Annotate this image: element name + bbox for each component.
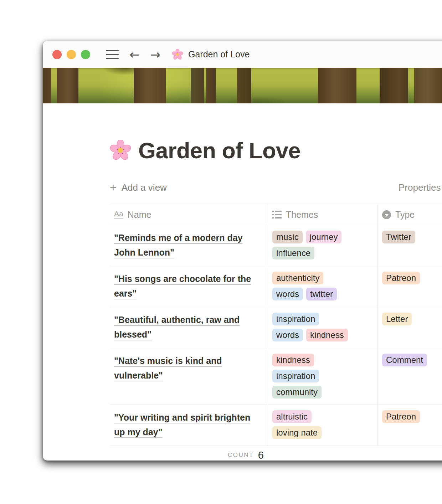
page-link: "Reminds me of a modern day John Lennon" xyxy=(114,233,243,257)
titlebar-page-title: Garden of Love xyxy=(188,49,250,60)
tag-line: loving nate xyxy=(272,426,373,439)
tag-journey: journey xyxy=(306,231,342,243)
page-link: "Beautiful, authentic, raw and blessed" xyxy=(114,315,240,339)
table-body: "Reminds me of a modern day John Lennon"… xyxy=(110,225,442,446)
page-link: "His songs are chocolate for the ears" xyxy=(114,274,251,298)
tag-Twitter: Twitter xyxy=(382,231,415,243)
name-cell[interactable]: "Beautiful, authentic, raw and blessed" xyxy=(110,307,268,348)
column-header-type[interactable]: Type xyxy=(378,204,442,225)
tag-line: altruistic xyxy=(272,410,373,423)
column-header-name[interactable]: Aa Name xyxy=(110,204,268,225)
tag-line: inspiration xyxy=(272,370,373,382)
name-cell[interactable]: "Nate's music is kind and vulnerable" xyxy=(110,348,268,405)
page-cover-image xyxy=(43,68,442,103)
table-row: "Beautiful, authentic, raw and blessed"i… xyxy=(110,307,442,348)
themes-cell[interactable]: altruisticloving nate xyxy=(268,405,378,446)
tag-line: wordstwitter xyxy=(272,288,373,300)
tag-authenticity: authenticity xyxy=(272,272,323,284)
view-toolbar: + Add a view Properties xyxy=(110,180,442,195)
themes-cell[interactable]: kindnessinspirationcommunity xyxy=(268,348,378,405)
notion-window: ← → Garden of Love Garden of Love + Add … xyxy=(43,41,442,461)
tag-inspiration: inspiration xyxy=(272,370,319,382)
tag-music: music xyxy=(272,231,303,243)
page-emoji-cherry-blossom-icon[interactable] xyxy=(110,140,131,161)
tag-community: community xyxy=(272,386,322,398)
multiselect-property-icon xyxy=(272,211,282,218)
page-link: "Your writing and spirit brighten up my … xyxy=(114,412,250,437)
tag-Comment: Comment xyxy=(382,354,427,366)
name-cell[interactable]: "Reminds me of a modern day John Lennon" xyxy=(110,225,268,266)
tag-twitter: twitter xyxy=(306,288,337,300)
tag-influence: influence xyxy=(272,247,314,259)
tag-line: kindness xyxy=(272,354,373,366)
table-row: "Your writing and spirit brighten up my … xyxy=(110,405,442,446)
type-cell[interactable]: Patreon xyxy=(378,405,442,446)
tag-Patreon: Patreon xyxy=(382,272,420,284)
table-row: "His songs are chocolate for the ears"au… xyxy=(110,266,442,307)
tag-words: words xyxy=(272,329,303,341)
minimize-button[interactable] xyxy=(67,50,76,59)
tag-line: influence xyxy=(272,247,373,259)
back-arrow-icon[interactable]: ← xyxy=(129,48,140,61)
tag-words: words xyxy=(272,288,303,300)
tag-line: musicjourney xyxy=(272,231,373,243)
select-property-icon xyxy=(382,210,391,219)
table-footer: COUNT 6 xyxy=(110,446,442,461)
database-table: Aa Name Themes Type "Reminds me of a mod… xyxy=(110,204,442,461)
add-view-button[interactable]: + Add a view xyxy=(110,182,167,193)
tag-line: authenticity xyxy=(272,272,373,284)
tag-kindness: kindness xyxy=(272,354,314,366)
type-cell[interactable]: Comment xyxy=(378,348,442,405)
type-cell[interactable]: Twitter xyxy=(378,225,442,266)
type-cell[interactable]: Patreon xyxy=(378,266,442,307)
tag-inspiration: inspiration xyxy=(272,313,319,325)
tag-line: wordskindness xyxy=(272,329,373,341)
tag-Patreon: Patreon xyxy=(382,410,420,423)
table-row: "Nate's music is kind and vulnerable"kin… xyxy=(110,348,442,405)
table-header-row: Aa Name Themes Type xyxy=(110,204,442,225)
table-row: "Reminds me of a modern day John Lennon"… xyxy=(110,225,442,266)
column-header-themes[interactable]: Themes xyxy=(268,204,378,225)
themes-cell[interactable]: authenticitywordstwitter xyxy=(268,266,378,307)
cherry-blossom-icon xyxy=(172,49,183,60)
plus-icon: + xyxy=(110,182,117,193)
hamburger-menu-icon[interactable] xyxy=(106,50,119,59)
tag-loving-nate: loving nate xyxy=(272,426,322,439)
tag-Letter: Letter xyxy=(382,313,412,325)
properties-button[interactable]: Properties xyxy=(399,182,441,193)
close-button[interactable] xyxy=(52,50,62,59)
forward-arrow-icon[interactable]: → xyxy=(150,48,161,61)
count-aggregate[interactable]: COUNT 6 xyxy=(110,446,268,461)
themes-cell[interactable]: inspirationwordskindness xyxy=(268,307,378,348)
type-cell[interactable]: Letter xyxy=(378,307,442,348)
name-cell[interactable]: "Your writing and spirit brighten up my … xyxy=(110,405,268,446)
themes-cell[interactable]: musicjourneyinfluence xyxy=(268,225,378,266)
name-cell[interactable]: "His songs are chocolate for the ears" xyxy=(110,266,268,307)
title-property-icon: Aa xyxy=(114,210,123,219)
page-header: Garden of Love xyxy=(110,138,442,163)
tag-kindness: kindness xyxy=(306,329,348,341)
zoom-button[interactable] xyxy=(81,50,90,59)
tag-line: inspiration xyxy=(272,313,373,325)
tag-altruistic: altruistic xyxy=(272,410,312,423)
window-titlebar: ← → Garden of Love xyxy=(43,41,442,68)
page-title[interactable]: Garden of Love xyxy=(138,138,300,163)
page-link: "Nate's music is kind and vulnerable" xyxy=(114,356,222,380)
tag-line: community xyxy=(272,386,373,398)
